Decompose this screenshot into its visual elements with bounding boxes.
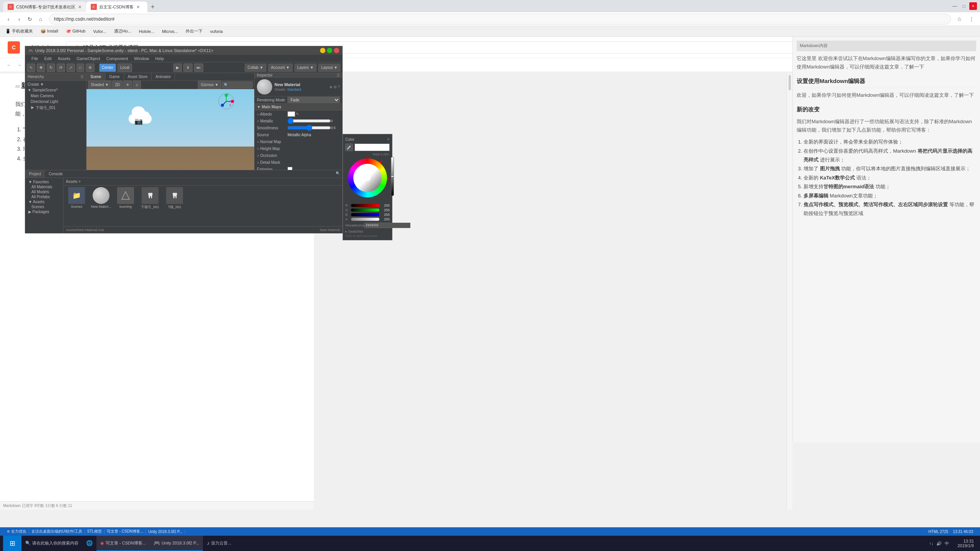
taskbar-edge[interactable]: 🌐	[82, 536, 96, 551]
unity-tool-2[interactable]: ✥	[37, 64, 45, 72]
fav-item-9[interactable]: vuforia	[208, 28, 225, 34]
taskbar-music[interactable]: ♪ 澎力云音...	[203, 536, 235, 551]
unity-tool-3[interactable]: ↻	[47, 64, 55, 72]
tray-volume[interactable]: 🔊	[935, 541, 943, 546]
close-browser-btn[interactable]: ×	[969, 2, 977, 10]
system-clock[interactable]: 13:31 2019/1/9	[954, 539, 977, 548]
scene-tab[interactable]: Scene	[87, 73, 105, 80]
inspector-help-icon[interactable]: ?	[338, 85, 340, 89]
settings-btn[interactable]: ⋮	[966, 14, 977, 24]
editor-scrollbar[interactable]	[786, 73, 792, 510]
fav-item-2[interactable]: 📦 Install	[38, 28, 60, 34]
unity-local-btn[interactable]: Local	[118, 64, 132, 72]
hierarchy-scene[interactable]: ▼ SampleScene*	[26, 87, 85, 93]
tree-all-prefabs[interactable]: All Prefabs	[27, 194, 62, 199]
asset-store-tab[interactable]: Asset Store	[124, 73, 152, 80]
asset-jaw-2[interactable]: 🦷 T颌_001	[163, 187, 186, 210]
maximize-browser-btn[interactable]: □	[960, 2, 968, 10]
browser-tab-2[interactable]: C 后文宝-CSDN博客 ×	[86, 2, 147, 12]
eyedropper-btn[interactable]: 💉	[345, 143, 353, 151]
project-tab[interactable]: Project	[25, 170, 45, 178]
unity-center-btn[interactable]: Center	[99, 64, 116, 72]
game-tab[interactable]: Game	[105, 73, 124, 80]
hierarchy-menu-icon[interactable]: ☰	[80, 75, 84, 79]
unity-menu-file[interactable]: File	[28, 56, 41, 61]
a-bar[interactable]	[351, 218, 379, 221]
shaded-btn[interactable]: Shaded ▼	[88, 81, 111, 89]
brightness-bar[interactable]	[391, 157, 394, 196]
search-icon-project[interactable]: 🔍	[336, 171, 340, 175]
hierarchy-jaw[interactable]: ▶ 下颌弓_001	[26, 104, 85, 111]
inspector-bookmark-icon[interactable]: ★	[329, 85, 333, 89]
albedo-picker-icon[interactable]: ✎	[296, 112, 299, 116]
unity-step-btn[interactable]: ⏭	[194, 64, 203, 72]
tray-lang[interactable]: 中	[943, 541, 951, 546]
tree-favorites[interactable]: ▼ Favorites	[27, 179, 62, 184]
unity-layout-btn[interactable]: Layout ▼	[318, 64, 341, 72]
gizmos-btn[interactable]: Gizmos ▼	[198, 81, 221, 89]
taskbar-search[interactable]: 🔍 请在此输入你的搜索内容	[21, 536, 82, 551]
color-picker-close[interactable]: ×	[387, 137, 390, 142]
start-button[interactable]: ⊞	[3, 536, 21, 551]
unity-menu-gameobject[interactable]: GameObject	[74, 56, 103, 61]
fav-item-1[interactable]: 📱 手机收藏夹	[3, 28, 35, 35]
albedo-color[interactable]	[287, 111, 295, 117]
hex-input[interactable]	[364, 223, 410, 228]
b-bar[interactable]	[351, 213, 379, 216]
fav-item-6[interactable]: Holole...	[137, 28, 157, 34]
tree-packages[interactable]: ▶ Packages	[27, 209, 62, 214]
fav-item-5[interactable]: 遇迁Ho...	[112, 28, 134, 35]
unity-layers-btn[interactable]: Layers ▼	[294, 64, 317, 72]
tray-network[interactable]: ↑↓	[928, 541, 935, 546]
unity-menu-assets[interactable]: Assets	[55, 56, 74, 61]
toolbar-redo[interactable]: →	[15, 63, 24, 67]
back-btn[interactable]: ‹	[3, 14, 14, 24]
home-btn[interactable]: ⌂	[35, 14, 46, 24]
unity-menu-edit[interactable]: Edit	[41, 56, 55, 61]
star-btn[interactable]: ☆	[954, 14, 965, 24]
rendering-mode-select[interactable]: FadeOpaqueCutoutTransparent	[287, 97, 340, 103]
color-wheel-container[interactable]	[346, 157, 389, 199]
scrollbar-thumb[interactable]	[789, 75, 791, 90]
taskbar-chrome[interactable]: ◉ 写文章 - CSDN博客...	[96, 536, 150, 551]
asset-scenes[interactable]: 📁 Scenes	[65, 187, 88, 210]
light-btn[interactable]: ☀	[123, 81, 132, 89]
unity-tool-1[interactable]: ↖	[27, 64, 35, 72]
hierarchy-main-camera[interactable]: Main Camera	[26, 93, 85, 99]
hierarchy-dir-light[interactable]: Directional Light	[26, 99, 85, 104]
2d-btn[interactable]: 2D	[112, 81, 122, 89]
asset-new-material[interactable]: New Materi...	[90, 187, 113, 210]
unity-menu-component[interactable]: Component	[103, 56, 131, 61]
unity-menu-help[interactable]: Help	[152, 56, 167, 61]
fav-item-3[interactable]: 🐙 GitHub	[64, 28, 88, 34]
address-bar[interactable]	[49, 14, 951, 24]
tab-close-2[interactable]: ×	[137, 4, 140, 10]
tree-assets[interactable]: ▼ Assets	[27, 199, 62, 204]
unity-play-btn[interactable]: ▶	[173, 64, 182, 72]
tree-scenes[interactable]: Scenes	[27, 204, 62, 209]
inspector-settings-icon[interactable]: ⚙	[333, 85, 337, 89]
unity-tool-5[interactable]: ⤢	[67, 64, 75, 72]
asset-jaw-1[interactable]: 🦷 下颌弓_001	[139, 187, 162, 210]
unity-pause-btn[interactable]: ⏸	[183, 64, 193, 72]
inspector-menu-icon[interactable]: ☰	[336, 73, 340, 77]
fav-item-4[interactable]: Vufor...	[91, 28, 108, 34]
fav-item-7[interactable]: Micros...	[160, 28, 180, 34]
tree-all-models[interactable]: All Models	[27, 189, 62, 194]
scene-search[interactable]: 🔍	[222, 82, 253, 88]
hierarchy-create[interactable]: Create ▼	[26, 82, 85, 87]
assets-grid[interactable]: 📁 Scenes New Materi...	[64, 186, 342, 226]
unity-collab-btn[interactable]: Collab ▼	[245, 64, 266, 72]
r-bar[interactable]	[351, 204, 379, 207]
unity-tool-7[interactable]: ⚙	[86, 64, 95, 72]
g-bar[interactable]	[351, 209, 379, 212]
tab-close-1[interactable]: ×	[78, 4, 82, 10]
animator-tab[interactable]: Animator	[152, 73, 175, 80]
browser-tab-1[interactable]: C CSDN博客-专业IT技术发表社区 ×	[3, 2, 86, 12]
metallic-slider[interactable]	[287, 119, 331, 123]
unity-close-btn[interactable]	[334, 48, 339, 53]
smoothness-slider[interactable]	[287, 126, 331, 130]
sound-btn[interactable]: ♫	[133, 81, 141, 89]
unity-tool-6[interactable]: □	[77, 64, 84, 72]
refresh-btn[interactable]: ↻	[24, 14, 35, 24]
